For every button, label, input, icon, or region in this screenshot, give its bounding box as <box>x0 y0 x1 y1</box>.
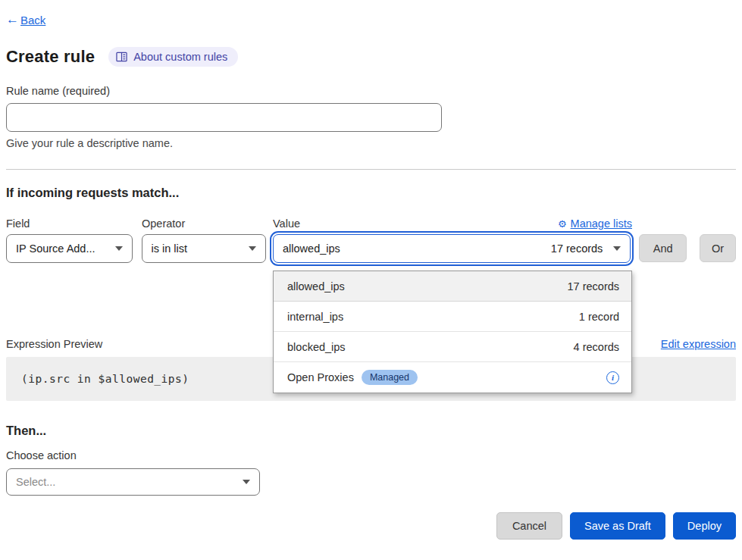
about-pill-label: About custom rules <box>133 51 227 63</box>
manage-lists-label[interactable]: Manage lists <box>571 217 632 230</box>
value-select-records: 17 records <box>551 242 603 255</box>
chevron-down-icon <box>243 480 250 484</box>
managed-badge: Managed <box>362 370 418 385</box>
chevron-down-icon <box>249 246 256 251</box>
about-custom-rules-link[interactable]: About custom rules <box>108 47 238 67</box>
rule-name-helper: Give your rule a descriptive name. <box>6 137 736 149</box>
then-heading: Then... <box>6 424 736 438</box>
operator-select-value: is in list <box>152 242 188 255</box>
choose-action-label: Choose action <box>6 449 736 461</box>
cancel-button[interactable]: Cancel <box>496 512 562 540</box>
value-label: Value <box>273 217 300 230</box>
manage-lists-link[interactable]: ⚙ Manage lists <box>558 217 632 230</box>
list-item-name: Open Proxies <box>287 371 354 383</box>
list-item-name: blocked_ips <box>287 341 346 353</box>
value-select[interactable]: allowed_ips 17 records <box>273 234 631 263</box>
match-section-heading: If incoming requests match... <box>6 186 736 200</box>
list-item-blocked-ips[interactable]: blocked_ips 4 records <box>274 332 631 362</box>
gear-icon: ⚙ <box>558 218 567 230</box>
section-divider <box>6 169 736 170</box>
chevron-down-icon <box>115 246 123 251</box>
field-select[interactable]: IP Source Add... <box>6 234 133 263</box>
back-arrow-icon: ← <box>6 12 19 27</box>
operator-select[interactable]: is in list <box>142 234 267 263</box>
list-item-records: 17 records <box>568 280 620 293</box>
value-select-value: allowed_ips <box>283 242 340 255</box>
action-select-placeholder: Select... <box>16 476 55 488</box>
expression-code: (ip.src in $allowed_ips) <box>21 373 189 385</box>
info-icon[interactable]: i <box>606 371 619 384</box>
chevron-down-icon <box>613 246 621 251</box>
value-dropdown-panel: allowed_ips 17 records internal_ips 1 re… <box>273 271 632 393</box>
back-link-label[interactable]: Back <box>20 14 45 27</box>
page-title: Create rule <box>6 47 95 67</box>
deploy-button[interactable]: Deploy <box>673 512 736 540</box>
save-as-draft-button[interactable]: Save as Draft <box>570 512 665 540</box>
or-button[interactable]: Or <box>700 234 736 262</box>
list-item-records: 1 record <box>579 311 619 323</box>
list-item-records: 4 records <box>574 341 619 353</box>
and-button[interactable]: And <box>639 234 687 262</box>
edit-expression-link[interactable]: Edit expression <box>661 338 736 350</box>
action-select[interactable]: Select... <box>6 468 260 496</box>
list-item-name: internal_ips <box>287 311 343 323</box>
rule-name-label: Rule name (required) <box>6 85 736 97</box>
list-item-internal-ips[interactable]: internal_ips 1 record <box>274 302 631 332</box>
list-item-name: allowed_ips <box>287 280 345 293</box>
list-item-open-proxies[interactable]: Open Proxies Managed i <box>274 362 631 393</box>
expression-preview-label: Expression Preview <box>6 338 102 350</box>
field-label: Field <box>6 217 142 230</box>
field-select-value: IP Source Add... <box>16 242 95 255</box>
value-select-wrapper: allowed_ips 17 records allowed_ips 17 re… <box>273 234 631 263</box>
operator-label: Operator <box>142 217 273 230</box>
list-item-allowed-ips[interactable]: allowed_ips 17 records <box>274 271 631 302</box>
book-icon <box>116 52 127 62</box>
rule-name-input[interactable] <box>6 103 442 132</box>
create-rule-page: ←Back Create rule About custom rules Rul… <box>0 0 742 560</box>
back-link[interactable]: ←Back <box>6 12 45 27</box>
